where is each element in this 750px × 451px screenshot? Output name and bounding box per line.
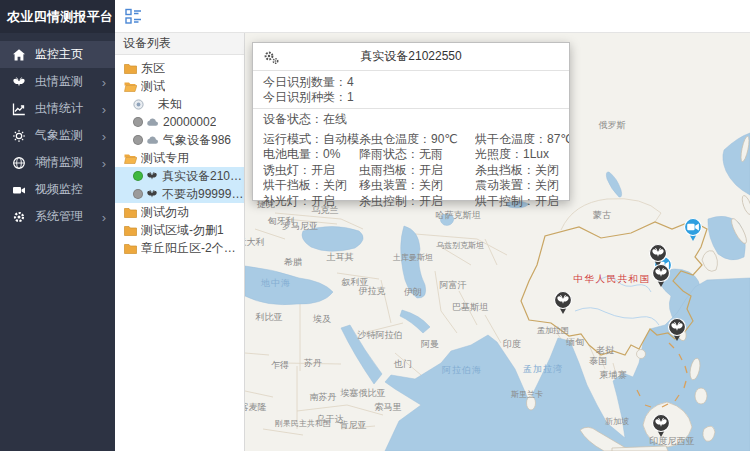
- map-label-sea: 地中海: [260, 278, 291, 288]
- device-panel: 设备列表 东区 测试 未知 20000002 气: [115, 33, 245, 451]
- device-info-popup: 真实设备21022550 今日识别数量：4 今日识别种类：1 设备状态：在线 运…: [252, 42, 570, 201]
- tree-folder-test-donotmove[interactable]: 测试勿动: [115, 203, 244, 221]
- org-list-icon[interactable]: [125, 8, 142, 25]
- moth-icon: [146, 188, 158, 200]
- detail-cell: 补光灯：开启: [263, 194, 359, 209]
- sidebar-item-label: 视频监控: [35, 181, 83, 198]
- chevron-right-icon: ›: [102, 102, 106, 115]
- detail-cell: 运行模式：自动模式: [263, 132, 359, 147]
- folder-icon: [124, 225, 137, 236]
- detail-cell: 震动装置：关闭: [475, 178, 569, 193]
- tree-folder-test-dedicated[interactable]: 测试专用: [115, 149, 244, 167]
- map-label: 罗马尼亚: [282, 221, 318, 231]
- popup-status-section: 设备状态：在线: [253, 108, 569, 129]
- sidebar-item-video-monitor[interactable]: 视频监控: [0, 176, 115, 203]
- video-camera-icon: [12, 183, 26, 197]
- app-window: 俄罗斯 蒙古 哈萨克斯坦 乌克兰 捷克 匈牙利 罗马尼亚 意大利 希腊 土耳其 …: [0, 0, 750, 451]
- sidebar-item-insect-monitor[interactable]: 虫情监测 ›: [0, 68, 115, 95]
- sidebar-item-system-admin[interactable]: 系统管理 ›: [0, 203, 115, 230]
- map-label: 利比亚: [255, 312, 283, 322]
- sidebar: 农业四情测报平台 监控主页 虫情监测 › 虫情统计 ›: [0, 0, 115, 451]
- detail-cell: 杀虫控制：开启: [359, 194, 475, 209]
- sidebar-item-soil-monitor[interactable]: 墒情监测 ›: [0, 149, 115, 176]
- sidebar-menu: 监控主页 虫情监测 › 虫情统计 › 气象监测: [0, 41, 115, 230]
- map-label: 索马里: [375, 402, 402, 412]
- folder-icon: [124, 63, 137, 74]
- map-label: 孟加拉国: [537, 326, 569, 335]
- tree-folder-test-area[interactable]: 测试区域-勿删1: [115, 221, 244, 239]
- sidebar-item-monitor-home[interactable]: 监控主页: [0, 41, 115, 68]
- popup-title: 真实设备21022550: [360, 49, 461, 63]
- map-label: 伊拉克: [359, 286, 386, 296]
- popup-stats: 今日识别数量：4 今日识别种类：1: [253, 71, 569, 108]
- tree-item-label: 不要动99999999: [162, 186, 244, 203]
- map-label: 乌兹别克斯坦: [436, 241, 484, 250]
- map-label: 阿曼: [421, 339, 439, 349]
- map-label: 土库曼斯坦: [392, 253, 433, 262]
- map-label: 巴基斯坦: [452, 302, 488, 312]
- gear-icon: [12, 210, 26, 224]
- map-label: 土耳其: [327, 252, 354, 262]
- status-dot-gray: [133, 189, 143, 199]
- app-title: 农业四情测报平台: [0, 0, 115, 33]
- folder-open-icon: [124, 153, 137, 164]
- tree-device-unknown[interactable]: 未知: [115, 95, 244, 113]
- folder-icon: [124, 207, 137, 218]
- chevron-right-icon: ›: [102, 129, 106, 142]
- tree-item-label: 20000002: [163, 115, 216, 129]
- map-label: 南苏丹: [310, 392, 337, 402]
- map-label: 伊朗: [404, 287, 422, 297]
- sidebar-item-label: 监控主页: [35, 46, 83, 63]
- folder-icon: [124, 243, 137, 254]
- detail-cell: 烘干控制：开启: [475, 194, 569, 209]
- tree-item-label: 真实设备21022550: [162, 168, 244, 185]
- tree-device-donottouch-selected[interactable]: 不要动99999999: [115, 185, 244, 203]
- tree-device-real-selected[interactable]: 真实设备21022550: [115, 167, 244, 185]
- map-label: 俄罗斯: [599, 120, 626, 130]
- map-label: 也门: [393, 359, 412, 369]
- cloud-icon: [146, 135, 159, 145]
- tree-device-weather[interactable]: 20000002: [115, 113, 244, 131]
- gears-icon[interactable]: [263, 49, 280, 65]
- sidebar-item-label: 气象监测: [35, 127, 83, 144]
- stat-row: 今日识别数量：4: [253, 75, 569, 90]
- sidebar-item-insect-stats[interactable]: 虫情统计 ›: [0, 95, 115, 122]
- stat-row: 今日识别种类：1: [253, 90, 569, 105]
- sidebar-item-label: 虫情统计: [35, 100, 83, 117]
- map-label: 新加坡: [605, 417, 629, 426]
- device-status-row: 设备状态：在线: [253, 112, 569, 127]
- chevron-right-icon: ›: [102, 75, 106, 88]
- tree-folder-zhangqiu[interactable]: 章丘阳丘区-2个摄像头: [115, 239, 244, 257]
- map-label: 意大利: [245, 237, 265, 247]
- globe-icon: [12, 156, 26, 170]
- tree-folder-east[interactable]: 东区: [115, 59, 244, 77]
- tree-item-label: 测试: [141, 78, 165, 95]
- tree-item-label: 测试区域-勿删1: [141, 222, 224, 239]
- map-label-china: 中华人民共和国: [574, 273, 651, 284]
- detail-cell: 虫雨挡板：开启: [359, 163, 475, 178]
- sidebar-item-label: 系统管理: [35, 208, 83, 225]
- device-panel-title: 设备列表: [115, 33, 244, 55]
- map-label: 柬埔寨: [599, 370, 627, 380]
- map-label: 沙特阿拉伯: [357, 330, 403, 340]
- tree-device-weather[interactable]: 气象设备986: [115, 131, 244, 149]
- status-dot-gray: [133, 117, 143, 127]
- device-tree: 东区 测试 未知 20000002 气象设备986: [115, 55, 244, 257]
- topbar: [115, 0, 750, 33]
- sidebar-item-label: 墒情监测: [35, 154, 83, 171]
- tree-folder-test[interactable]: 测试: [115, 77, 244, 95]
- detail-cell: 烘干仓温度：87℃: [475, 132, 569, 147]
- detail-cell: 光照度：1Lux: [475, 147, 569, 162]
- sidebar-item-label: 虫情监测: [35, 73, 83, 90]
- map-label: 蒙古: [593, 210, 611, 220]
- unknown-marker-icon: [133, 99, 144, 110]
- tree-item-label: 气象设备986: [163, 132, 231, 149]
- popup-header: 真实设备21022550: [253, 43, 569, 71]
- map-label: 斯里兰卡: [511, 390, 543, 399]
- map-label: 泰国: [589, 356, 607, 366]
- sidebar-item-weather-monitor[interactable]: 气象监测 ›: [0, 122, 115, 149]
- status-dot-green: [133, 171, 143, 181]
- map-label: 乍得: [271, 360, 289, 370]
- status-dot-gray: [133, 135, 143, 145]
- map-label: 希腊: [284, 257, 302, 267]
